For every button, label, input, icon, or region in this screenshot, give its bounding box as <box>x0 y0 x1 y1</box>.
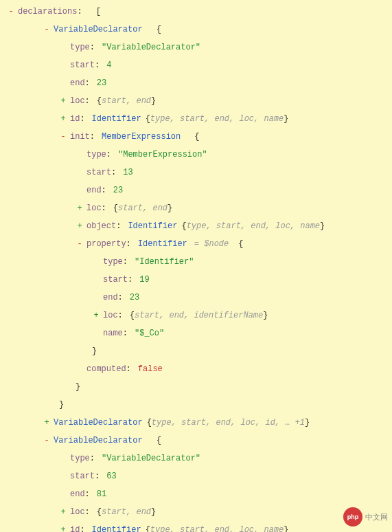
collapsed-preview: type, start, end, loc, name <box>150 114 284 124</box>
tree-row: +VariableDeclarator{type, start, end, lo… <box>0 414 392 432</box>
number-value: 13 <box>123 168 132 177</box>
collapse-icon[interactable]: - <box>7 3 15 21</box>
collapsed-preview: type, start, end, loc, name <box>150 525 284 532</box>
node-type-label[interactable]: Identifier <box>92 114 141 124</box>
colon: : <box>85 96 90 106</box>
colon: : <box>90 132 95 142</box>
bracket: } <box>151 507 156 517</box>
tree-row: type:"MemberExpression" <box>0 146 392 164</box>
colon: : <box>95 60 100 70</box>
colon: : <box>90 454 95 463</box>
collapse-icon[interactable]: - <box>43 432 51 450</box>
node-type-label[interactable]: VariableDeclarator <box>54 418 143 428</box>
collapsed-preview: type, start, end, loc, id, … +1 <box>152 418 305 428</box>
number-value: 23 <box>130 293 139 302</box>
tree-row: -property:Identifier= $node{ <box>0 235 392 253</box>
property-key: loc <box>87 203 102 213</box>
expand-icon[interactable]: + <box>43 414 51 432</box>
expand-icon[interactable]: + <box>92 307 100 324</box>
bracket: { <box>181 221 186 231</box>
colon: : <box>118 311 123 320</box>
bracket: } <box>284 525 288 532</box>
bracket: } <box>59 400 64 410</box>
tree-row: -VariableDeclarator{ <box>0 21 392 38</box>
property-key: start <box>103 275 128 285</box>
property-key: type <box>87 150 106 159</box>
tree-row: -init:MemberExpression{ <box>0 128 392 146</box>
node-type-label[interactable]: Identifier <box>128 221 177 231</box>
bracket: } <box>76 382 80 392</box>
bracket: { <box>97 96 102 106</box>
collapse-icon[interactable]: - <box>59 128 67 146</box>
string-value: "Identifier" <box>135 257 194 267</box>
collapse-icon[interactable]: - <box>43 21 51 38</box>
node-type-label[interactable]: Identifier <box>92 525 141 532</box>
colon: : <box>85 507 90 517</box>
property-key: name <box>103 329 123 338</box>
expand-icon[interactable]: + <box>76 199 84 217</box>
string-value: "VariableDeclarator" <box>102 43 200 52</box>
bracket: { <box>146 114 150 124</box>
bracket: } <box>284 114 288 124</box>
node-reference: = $node <box>194 239 229 249</box>
property-key: start <box>87 168 111 177</box>
tree-row: type:"VariableDeclarator" <box>0 450 392 467</box>
colon: : <box>126 239 131 249</box>
tree-row: +loc:{start, end, identifierName} <box>0 307 392 324</box>
property-key: end <box>70 78 85 88</box>
bracket: } <box>305 418 310 428</box>
collapsed-preview: type, start, end, loc, name <box>187 221 320 231</box>
collapsed-preview: start, end <box>118 203 168 213</box>
tree-row: end:23 <box>0 289 392 307</box>
number-value: 19 <box>139 275 149 285</box>
property-key: type <box>103 257 123 267</box>
expand-icon[interactable]: + <box>59 110 67 128</box>
node-type-label[interactable]: MemberExpression <box>102 132 181 142</box>
tree-row: type:"Identifier" <box>0 253 392 271</box>
tree-row: +id:Identifier{type, start, end, loc, na… <box>0 110 392 128</box>
bracket: } <box>168 203 172 213</box>
colon: : <box>80 525 84 532</box>
colon: : <box>126 364 131 374</box>
tree-row: -declarations:[ <box>0 3 392 21</box>
string-value: "VariableDeclarator" <box>102 454 200 463</box>
number-value: 23 <box>97 78 106 88</box>
tree-row: } <box>0 378 392 396</box>
tree-row: +object:Identifier{type, start, end, loc… <box>0 217 392 235</box>
node-type-label[interactable]: VariableDeclarator <box>54 25 143 34</box>
collapse-icon[interactable]: - <box>76 235 84 253</box>
colon: : <box>95 472 100 481</box>
expand-icon[interactable]: + <box>59 92 67 110</box>
expand-icon[interactable]: + <box>76 217 84 235</box>
tree-row: end:23 <box>0 74 392 92</box>
tree-row: end:81 <box>0 485 392 503</box>
colon: : <box>106 150 111 159</box>
tree-row: start:19 <box>0 271 392 289</box>
colon: : <box>128 275 132 285</box>
tree-row: name:"$_Co" <box>0 324 392 342</box>
property-key: computed <box>87 364 126 374</box>
property-key: end <box>103 293 118 302</box>
expand-icon[interactable]: + <box>59 503 67 521</box>
colon: : <box>90 43 95 52</box>
boolean-value: false <box>138 364 163 374</box>
number-value: 81 <box>97 489 106 499</box>
node-type-label[interactable]: VariableDeclarator <box>54 436 143 445</box>
colon: : <box>85 78 90 88</box>
string-value: "MemberExpression" <box>118 150 207 159</box>
colon: : <box>123 329 128 338</box>
property-key: end <box>87 186 102 195</box>
expand-icon[interactable]: + <box>59 521 67 532</box>
node-type-label[interactable]: Identifier <box>138 239 187 249</box>
collapsed-preview: start, end <box>102 96 151 106</box>
colon: : <box>102 186 106 195</box>
property-key: id <box>70 114 80 124</box>
colon: : <box>118 293 123 302</box>
string-value: "$_Co" <box>135 329 164 338</box>
tree-row: } <box>0 342 392 360</box>
number-value: 23 <box>113 186 123 195</box>
bracket: { <box>194 132 199 142</box>
bracket: [ <box>96 7 101 16</box>
colon: : <box>85 489 90 499</box>
bracket: } <box>92 346 97 356</box>
